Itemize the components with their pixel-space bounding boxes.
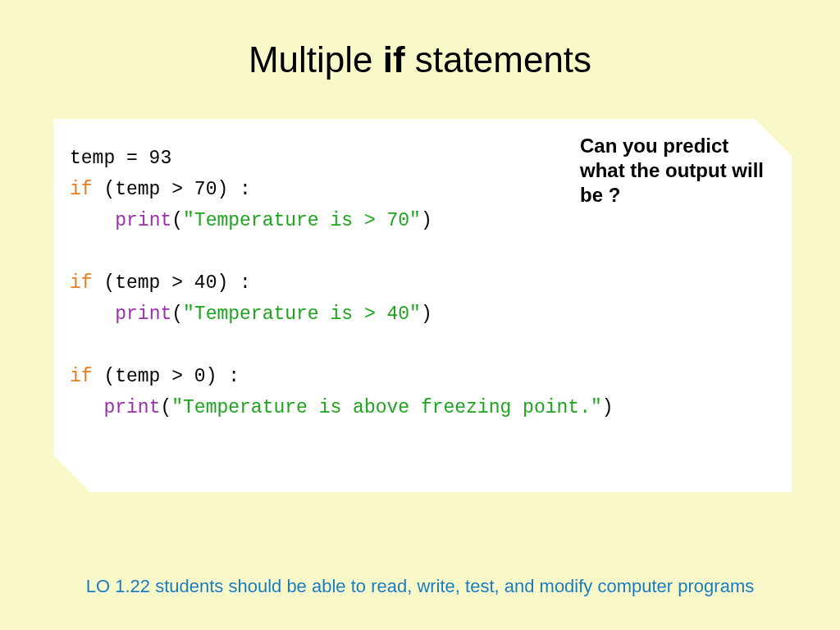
code-indent-3 <box>70 397 103 418</box>
code-string-2: "Temperature is > 40" <box>183 304 421 325</box>
question-text: Can you predict what the output will be … <box>580 134 769 208</box>
code-paren-close-1: ) <box>421 210 432 231</box>
code-card: Can you predict what the output will be … <box>53 119 792 492</box>
code-paren-open-1: ( <box>171 210 183 231</box>
code-keyword-if-2: if <box>70 272 93 294</box>
code-indent-1 <box>70 210 115 231</box>
code-string-3: "Temperature is above freezing point." <box>171 397 602 418</box>
code-indent-2 <box>70 304 115 325</box>
code-cond-2: (temp > 40) : <box>93 272 251 294</box>
code-line-1: temp = 93 <box>70 148 171 169</box>
code-cond-3: (temp > 0) : <box>93 366 240 387</box>
code-fn-print-1: print <box>115 210 171 231</box>
code-paren-open-2: ( <box>171 304 183 325</box>
code-keyword-if-3: if <box>70 366 93 387</box>
code-keyword-if-1: if <box>70 179 93 200</box>
code-fn-print-3: print <box>103 397 160 418</box>
code-fn-print-2: print <box>115 304 171 325</box>
learning-objective: LO 1.22 students should be able to read,… <box>0 576 840 597</box>
code-string-1: "Temperature is > 70" <box>183 210 421 231</box>
code-paren-close-2: ) <box>421 304 432 325</box>
code-cond-1: (temp > 70) : <box>93 179 251 200</box>
title-bold: if <box>383 39 405 80</box>
code-paren-open-3: ( <box>160 397 171 418</box>
code-paren-close-3: ) <box>602 397 614 418</box>
title-pre: Multiple <box>249 39 383 80</box>
slide-title: Multiple if statements <box>0 0 840 80</box>
title-post: statements <box>405 39 591 80</box>
